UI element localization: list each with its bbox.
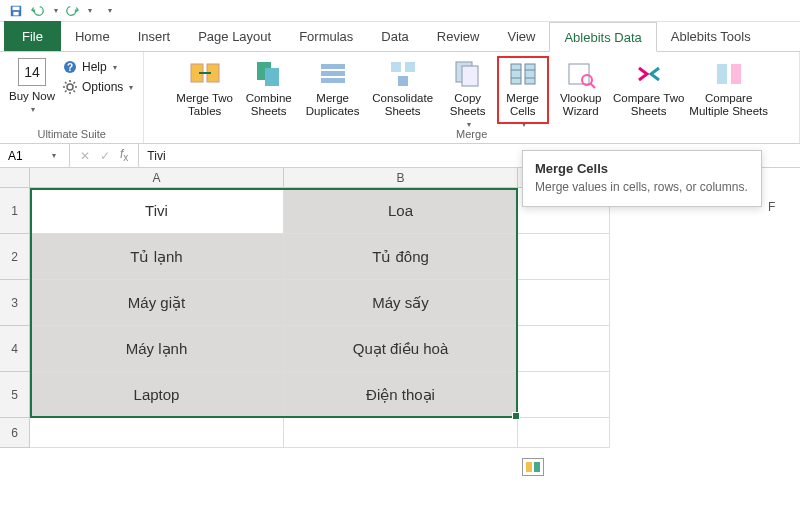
group-ultimate-suite: 14 Buy Now ▾ ? Help▾ Options▾ Ultimate S… [0,52,144,143]
name-box-dropdown[interactable]: ▾ [52,151,56,160]
cell-a3[interactable]: Máy giặt [30,280,284,326]
tab-ablebits-tools[interactable]: Ablebits Tools [657,21,765,51]
col-header-a[interactable]: A [30,168,284,188]
cell-a1[interactable]: Tivi [30,188,284,234]
cell-a4[interactable]: Máy lạnh [30,326,284,372]
enter-icon[interactable]: ✓ [100,149,110,163]
tab-page-layout[interactable]: Page Layout [184,21,285,51]
quick-access-toolbar: ▾ ▾ ▾ [0,0,800,22]
paste-options-icon[interactable] [522,458,544,476]
grid[interactable]: A B Tivi Loa Tủ lạnh Tủ đông Máy giặt Má… [30,168,610,448]
cancel-icon[interactable]: ✕ [80,149,90,163]
cell-b4[interactable]: Quạt điều hoà [284,326,518,372]
buy-now-button[interactable]: 14 Buy Now ▾ [8,56,56,124]
select-all-corner[interactable] [0,168,30,188]
compare-multiple-sheets-icon [713,58,745,90]
copy-sheets-button[interactable]: Copy Sheets▾ [443,56,493,124]
tab-insert[interactable]: Insert [124,21,185,51]
cell-c4[interactable] [518,326,610,372]
tab-ablebits-data[interactable]: Ablebits Data [549,22,656,52]
compare-two-sheets-label: Compare Two Sheets [613,92,685,118]
vlookup-wizard-button[interactable]: Vlookup Wizard [553,56,609,124]
svg-point-5 [67,84,73,90]
tab-file[interactable]: File [4,21,61,51]
cell-b5[interactable]: Điện thoại [284,372,518,418]
cell-a5[interactable]: Laptop [30,372,284,418]
combine-sheets-button[interactable]: Combine Sheets [239,56,299,124]
ribbon-tabs: File Home Insert Page Layout Formulas Da… [0,22,800,52]
copy-sheets-label: Copy Sheets [443,92,493,118]
undo-icon[interactable] [30,3,46,19]
row-header-3[interactable]: 3 [0,280,30,326]
buy-now-label: Buy Now [9,90,55,103]
redo-icon[interactable] [64,3,80,19]
consolidate-sheets-label: Consolidate Sheets [367,92,439,118]
merge-duplicates-icon [317,58,349,90]
tab-formulas[interactable]: Formulas [285,21,367,51]
svg-line-12 [65,91,67,93]
cell-b3[interactable]: Máy sấy [284,280,518,326]
consolidate-sheets-button[interactable]: Consolidate Sheets [367,56,439,124]
worksheet: 1 2 3 4 5 6 A B Tivi Loa Tủ lạnh Tủ đông… [0,168,800,448]
row-header-5[interactable]: 5 [0,372,30,418]
cell-a6[interactable] [30,418,284,448]
row-header-1[interactable]: 1 [0,188,30,234]
tooltip-title: Merge Cells [535,161,749,176]
tab-review[interactable]: Review [423,21,494,51]
col-header-b[interactable]: B [284,168,518,188]
tab-home[interactable]: Home [61,21,124,51]
cell-c3[interactable] [518,280,610,326]
svg-rect-27 [525,64,535,84]
cell-c2[interactable] [518,234,610,280]
row-headers: 1 2 3 4 5 6 [0,168,30,448]
col-header-f[interactable]: F [768,200,775,214]
options-button[interactable]: Options▾ [60,78,135,96]
svg-rect-22 [405,62,415,72]
combine-sheets-label: Combine Sheets [239,92,299,118]
merge-duplicates-button[interactable]: Merge Duplicates [303,56,363,124]
svg-rect-19 [321,71,345,76]
svg-rect-32 [569,64,589,84]
row-header-4[interactable]: 4 [0,326,30,372]
svg-line-10 [65,82,67,84]
help-label: Help [82,60,107,74]
svg-rect-1 [13,6,20,10]
help-button[interactable]: ? Help▾ [60,58,135,76]
merge-two-tables-icon [189,58,221,90]
cell-a2[interactable]: Tủ lạnh [30,234,284,280]
svg-text:?: ? [67,62,73,73]
svg-rect-20 [321,78,345,83]
save-icon[interactable] [8,3,24,19]
cell-b1[interactable]: Loa [284,188,518,234]
cell-b6[interactable] [284,418,518,448]
tab-data[interactable]: Data [367,21,422,51]
options-label: Options [82,80,123,94]
undo-dropdown[interactable]: ▾ [54,6,58,15]
redo-dropdown[interactable]: ▾ [88,6,92,15]
compare-two-sheets-button[interactable]: Compare Two Sheets [613,56,685,124]
svg-rect-23 [398,76,408,86]
cell-b2[interactable]: Tủ đông [284,234,518,280]
tab-view[interactable]: View [493,21,549,51]
svg-line-13 [74,82,76,84]
qat-customize[interactable]: ▾ [108,6,112,15]
consolidate-sheets-icon [387,58,419,90]
name-box[interactable]: ▾ [0,144,70,167]
svg-line-34 [590,83,595,88]
svg-rect-2 [13,11,18,15]
merge-cells-button[interactable]: Merge Cells▾ [497,56,549,124]
merge-two-tables-button[interactable]: Merge Two Tables [175,56,235,124]
compare-multiple-sheets-button[interactable]: Compare Multiple Sheets [689,56,769,124]
cell-c5[interactable] [518,372,610,418]
svg-rect-38 [534,462,540,472]
row-header-2[interactable]: 2 [0,234,30,280]
name-box-input[interactable] [6,148,46,164]
group-merge: Merge Two Tables Combine Sheets Merge Du… [144,52,800,143]
group-label-ultimate: Ultimate Suite [37,125,105,143]
fx-icon[interactable]: fx [120,147,128,163]
svg-rect-18 [321,64,345,69]
merge-duplicates-label: Merge Duplicates [303,92,363,118]
cell-c6[interactable] [518,418,610,448]
svg-rect-21 [391,62,401,72]
row-header-6[interactable]: 6 [0,418,30,448]
